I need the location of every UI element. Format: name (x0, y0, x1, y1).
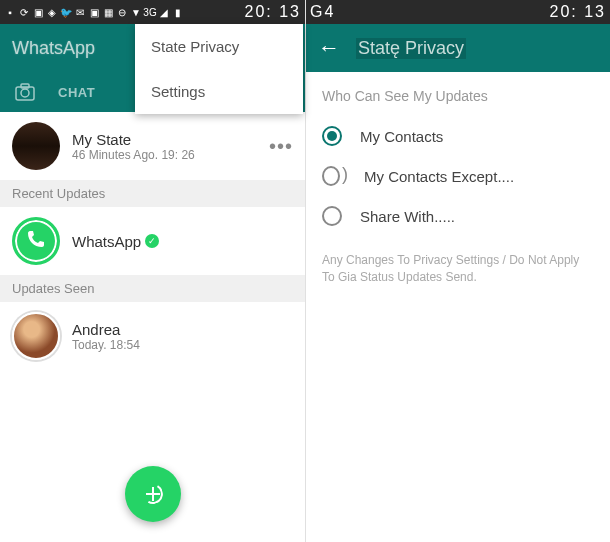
privacy-note: Any Changes To Privacy Settings / Do Not… (306, 236, 610, 302)
image-icon: ▦ (102, 6, 114, 18)
status-g4: G4 (310, 3, 335, 21)
option-label-2: My Contacts Except.... (364, 168, 514, 185)
andrea-time: Today. 18:54 (72, 338, 293, 352)
whatsapp-name: WhatsApp (72, 233, 141, 250)
more-icon[interactable]: ••• (269, 135, 293, 158)
andrea-status-item[interactable]: Andrea Today. 18:54 (0, 302, 305, 370)
my-state-avatar (12, 122, 60, 170)
status-icons-left: ▪ ⟳ ▣ ◈ 🐦 ✉ ▣ ▦ ⊖ ▼ 3G ◢ ▮ (4, 6, 184, 18)
status-bar-right: G4 20: 13 (306, 0, 610, 24)
option-contacts-except[interactable]: My Contacts Except.... (306, 156, 610, 196)
option-my-contacts[interactable]: My Contacts (306, 116, 610, 156)
whatsapp-avatar (12, 217, 60, 265)
notification-icon: ▪ (4, 6, 16, 18)
option-label-3: Share With..... (360, 208, 455, 225)
menu-state-privacy[interactable]: State Privacy (135, 24, 303, 69)
my-state-item[interactable]: My State 46 Minutes Ago. 19: 26 ••• (0, 112, 305, 180)
option-label-1: My Contacts (360, 128, 443, 145)
app-header-right: ← Statę Privacy (306, 24, 610, 72)
recent-updates-header: Recent Updates (0, 180, 305, 207)
radio-unselected-icon (322, 206, 342, 226)
app-title: WhatsApp (12, 38, 95, 59)
dnd-icon: ⊖ (116, 6, 128, 18)
whatsapp-status-item[interactable]: WhatsApp ✓ (0, 207, 305, 275)
verified-icon: ✓ (145, 234, 159, 248)
radio-selected-icon (322, 126, 342, 146)
my-state-time: 46 Minutes Ago. 19: 26 (72, 148, 269, 162)
svg-rect-2 (21, 84, 29, 88)
menu-settings[interactable]: Settings (135, 69, 303, 114)
popup-menu: State Privacy Settings (135, 24, 303, 114)
camera-tab[interactable] (0, 83, 50, 101)
page-title: Statę Privacy (356, 38, 466, 59)
sync-icon: ⟳ (18, 6, 30, 18)
updates-seen-header: Updates Seen (0, 275, 305, 302)
fb-icon: ▣ (32, 6, 44, 18)
who-can-see-title: Who Can See My Updates (306, 72, 610, 116)
option-share-with[interactable]: Share With..... (306, 196, 610, 236)
telegram-icon: ◈ (46, 6, 58, 18)
new-status-fab[interactable] (125, 466, 181, 522)
twitter-icon: 🐦 (60, 6, 72, 18)
battery-icon: ▮ (172, 6, 184, 18)
chat-icon: ▣ (88, 6, 100, 18)
whatsapp-phone-icon (24, 229, 48, 253)
back-arrow-icon[interactable]: ← (318, 35, 340, 61)
radio-unselected-icon (322, 166, 340, 186)
wifi-icon: ▼ (130, 6, 142, 18)
mail-icon: ✉ (74, 6, 86, 18)
svg-point-1 (21, 89, 29, 97)
tab-chat[interactable]: CHAT (50, 85, 103, 100)
andrea-name: Andrea (72, 321, 293, 338)
my-state-name: My State (72, 131, 269, 148)
status-time-left: 20: 13 (245, 3, 301, 21)
status-bar-left: ▪ ⟳ ▣ ◈ 🐦 ✉ ▣ ▦ ⊖ ▼ 3G ◢ ▮ 20: 13 (0, 0, 305, 24)
signal-3g-icon: 3G (144, 6, 156, 18)
signal-icon: ◢ (158, 6, 170, 18)
status-time-right: 20: 13 (550, 3, 606, 21)
andrea-avatar (12, 312, 60, 360)
camera-icon (15, 83, 35, 101)
